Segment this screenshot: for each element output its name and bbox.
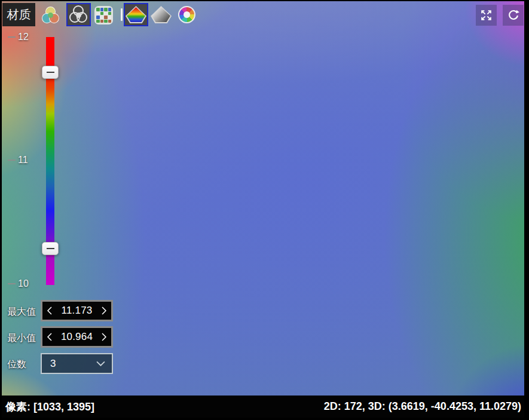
increment-icon[interactable] <box>101 332 107 342</box>
max-value-stepper[interactable]: 11.173 <box>41 300 113 321</box>
pixel-coordinates-text: 像素: [1033, 1395] <box>5 400 94 414</box>
heatmap-viewport[interactable]: 材质 <box>2 1 524 418</box>
refresh-icon <box>507 9 520 22</box>
refresh-button[interactable] <box>503 5 524 26</box>
max-value-field[interactable]: 11.173 <box>62 305 93 317</box>
gray-channels-button[interactable] <box>66 3 91 26</box>
decrement-icon[interactable] <box>47 332 53 342</box>
tick-label: 12 <box>18 32 29 42</box>
max-value-label: 最大值 <box>7 306 36 318</box>
gray-channels-icon <box>69 5 88 24</box>
increment-icon[interactable] <box>101 306 107 315</box>
gray-pyramid-icon <box>151 6 172 23</box>
tick-label: 11 <box>18 155 28 165</box>
material-button[interactable]: 材质 <box>2 3 35 26</box>
decrement-icon[interactable] <box>47 306 53 315</box>
colorbar-tick: 11 <box>8 155 28 165</box>
expand-icon <box>480 9 493 22</box>
colorbar-max-handle[interactable] <box>42 66 59 79</box>
texture-grid-button[interactable] <box>94 6 113 24</box>
chevron-down-icon <box>96 361 105 366</box>
tick-dash <box>8 36 16 38</box>
min-value-stepper[interactable]: 10.964 <box>41 326 113 348</box>
material-button-label: 材质 <box>7 7 31 23</box>
min-value-label: 最小值 <box>7 332 36 345</box>
color-wheel-icon <box>178 6 195 23</box>
tick-label: 10 <box>18 278 29 289</box>
colorbar-min-handle[interactable] <box>42 242 59 255</box>
digits-value: 3 <box>50 358 56 370</box>
tick-dash <box>8 160 16 161</box>
tick-dash <box>8 283 16 284</box>
toolbar-separator <box>121 8 123 21</box>
color-wheel-button[interactable] <box>178 6 197 24</box>
colorbar-tick: 12 <box>8 32 29 42</box>
colorbar-tick: 10 <box>8 278 29 289</box>
expand-button[interactable] <box>476 5 497 26</box>
texture-grid-icon <box>94 6 113 24</box>
digits-label: 位数 <box>7 358 26 371</box>
gray-view-button[interactable] <box>151 6 172 24</box>
colormap-view-button[interactable] <box>124 3 148 26</box>
min-value-field[interactable]: 10.964 <box>61 331 93 343</box>
rgb-channels-icon <box>41 6 60 24</box>
app-window: 材质 <box>0 0 529 420</box>
rgb-channels-button[interactable] <box>41 6 60 24</box>
status-bar: 像素: [1033, 1395] 2D: 172, 3D: (3.6619, -… <box>2 396 524 418</box>
digits-dropdown[interactable]: 3 <box>41 353 113 374</box>
world-coordinates-text: 2D: 172, 3D: (3.6619, -40.4253, 11.0279) <box>324 400 521 413</box>
colormap-pyramid-icon <box>126 6 146 23</box>
